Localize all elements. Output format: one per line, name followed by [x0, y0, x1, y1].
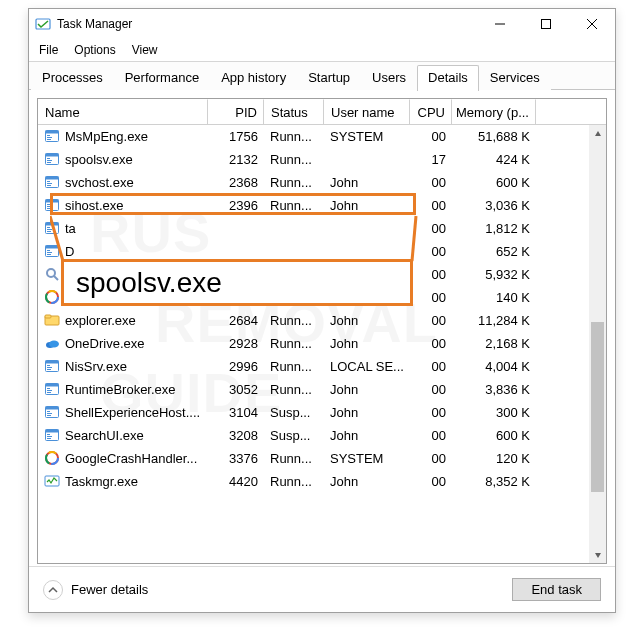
process-status: Runn...: [264, 129, 324, 144]
menu-options[interactable]: Options: [74, 43, 115, 57]
col-user[interactable]: User name: [324, 99, 410, 125]
process-pid: 2368: [208, 175, 264, 190]
process-status: Runn...: [264, 198, 324, 213]
col-pid[interactable]: PID: [208, 99, 264, 125]
process-cpu: 00: [410, 451, 452, 466]
tab-bar: ProcessesPerformanceApp historyStartupUs…: [29, 61, 615, 90]
process-name: Taskmgr.exe: [65, 474, 138, 489]
process-cpu: 00: [410, 129, 452, 144]
menu-view[interactable]: View: [132, 43, 158, 57]
close-button[interactable]: [569, 9, 615, 39]
process-icon: [44, 289, 60, 305]
process-user: LOCAL SE...: [324, 359, 410, 374]
process-name: SearchIndexer.exe: [65, 267, 173, 282]
scroll-down-button[interactable]: [589, 546, 606, 563]
tab-performance[interactable]: Performance: [114, 65, 210, 90]
table-row[interactable]: svchost.exe2368Runn...John00600 K: [38, 171, 606, 194]
svg-rect-13: [47, 160, 52, 161]
col-status[interactable]: Status: [264, 99, 324, 125]
svg-rect-53: [47, 390, 52, 391]
tab-processes[interactable]: Processes: [31, 65, 114, 90]
svg-rect-6: [46, 131, 59, 134]
menu-bar: File Options View: [29, 39, 615, 61]
scroll-up-button[interactable]: [589, 125, 606, 142]
process-icon: [44, 335, 60, 351]
scrollbar[interactable]: [589, 125, 606, 563]
svg-rect-48: [47, 367, 52, 368]
scroll-track[interactable]: [589, 142, 606, 546]
process-cpu: 17: [410, 152, 452, 167]
process-icon: [44, 128, 60, 144]
process-status: Susp...: [264, 428, 324, 443]
tab-users[interactable]: Users: [361, 65, 417, 90]
menu-file[interactable]: File: [39, 43, 58, 57]
svg-marker-70: [595, 131, 601, 136]
process-icon: [44, 450, 60, 466]
svg-rect-51: [46, 384, 59, 387]
svg-rect-16: [46, 177, 59, 180]
watermark: GUIDE: [100, 360, 282, 425]
process-cpu: 00: [410, 428, 452, 443]
process-pid: 2396: [208, 198, 264, 213]
tab-services[interactable]: Services: [479, 65, 551, 90]
process-memory: 5,932 K: [452, 267, 536, 282]
svg-rect-9: [47, 139, 51, 140]
process-user: SYSTEM: [324, 451, 410, 466]
svg-line-36: [54, 276, 58, 280]
col-memory[interactable]: Memory (p...: [452, 99, 536, 125]
tab-details[interactable]: Details: [417, 65, 479, 91]
process-memory: 11,284 K: [452, 313, 536, 328]
svg-rect-57: [47, 411, 50, 412]
process-user: John: [324, 175, 410, 190]
col-cpu[interactable]: CPU: [410, 99, 452, 125]
scroll-thumb[interactable]: [591, 322, 604, 492]
svg-rect-54: [47, 392, 51, 393]
process-name: GoogleCrashHandler...: [65, 451, 197, 466]
svg-point-35: [47, 269, 55, 277]
table-row[interactable]: Taskmgr.exe4420Runn...John008,352 K: [38, 470, 606, 493]
fewer-details-button[interactable]: Fewer details: [43, 580, 148, 600]
process-memory: 652 K: [452, 244, 536, 259]
svg-rect-29: [47, 231, 51, 232]
svg-rect-14: [47, 162, 51, 163]
col-name[interactable]: Name: [38, 99, 208, 125]
svg-rect-18: [47, 183, 52, 184]
tab-app-history[interactable]: App history: [210, 65, 297, 90]
table-row[interactable]: MsMpEng.exe1756Runn...SYSTEM0051,688 K: [38, 125, 606, 148]
process-user: John: [324, 382, 410, 397]
process-name: OneDrive.exe: [65, 336, 144, 351]
svg-rect-11: [46, 154, 59, 157]
maximize-button[interactable]: [523, 9, 569, 39]
process-memory: 600 K: [452, 428, 536, 443]
process-icon: [44, 174, 60, 190]
minimize-button[interactable]: [477, 9, 523, 39]
chevron-up-icon: [43, 580, 63, 600]
svg-rect-17: [47, 181, 50, 182]
table-row[interactable]: spoolsv.exe2132Runn...17424 K: [38, 148, 606, 171]
svg-rect-49: [47, 369, 51, 370]
list-header[interactable]: Name PID Status User name CPU Memory (p.…: [38, 99, 606, 125]
process-memory: 140 K: [452, 290, 536, 305]
process-user: John: [324, 198, 410, 213]
svg-rect-8: [47, 137, 52, 138]
end-task-button[interactable]: End task: [512, 578, 601, 601]
footer: Fewer details End task: [29, 566, 615, 612]
process-cpu: 00: [410, 359, 452, 374]
process-icon: [44, 266, 60, 282]
svg-rect-59: [47, 415, 51, 416]
process-name: D: [65, 244, 74, 259]
process-icon: [44, 197, 60, 213]
table-row[interactable]: GoogleCrashHandler...3376Runn...SYSTEM00…: [38, 447, 606, 470]
process-name: ta: [65, 221, 76, 236]
table-row[interactable]: SearchUI.exe3208Susp...John00600 K: [38, 424, 606, 447]
process-name: explorer.exe: [65, 313, 136, 328]
process-icon: [44, 312, 60, 328]
svg-rect-28: [47, 229, 52, 230]
svg-rect-33: [47, 252, 52, 253]
table-row[interactable]: SearchIndexer.exe2436Runn...SYSTEM005,93…: [38, 263, 606, 286]
tab-startup[interactable]: Startup: [297, 65, 361, 90]
svg-rect-7: [47, 135, 50, 136]
svg-rect-2: [542, 20, 551, 29]
app-icon: [35, 16, 51, 32]
titlebar[interactable]: Task Manager: [29, 9, 615, 39]
